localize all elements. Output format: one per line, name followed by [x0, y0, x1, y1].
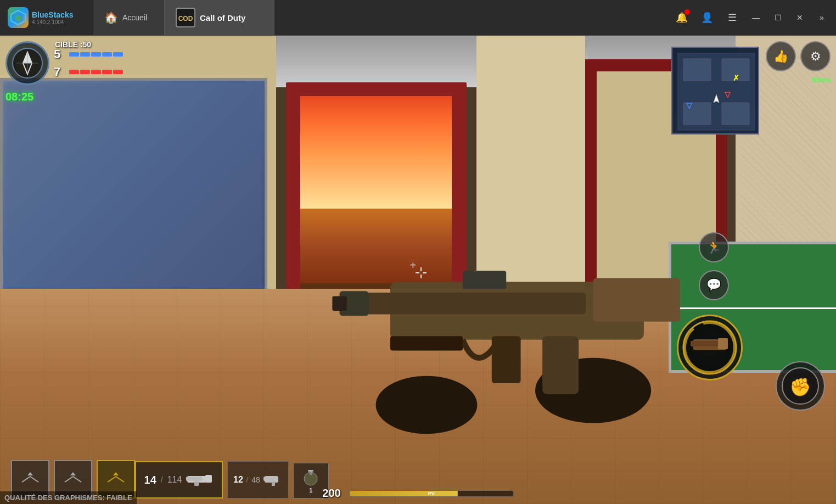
run-button[interactable]: 🏃	[699, 232, 729, 262]
svg-text:▽: ▽	[724, 90, 731, 99]
tab-game-label: Call of Duty	[200, 13, 245, 23]
svg-rect-8	[354, 293, 586, 315]
secondary-weapon-icon	[263, 473, 283, 487]
ammo-total: 114	[167, 475, 182, 485]
svg-rect-51	[186, 477, 203, 481]
svg-marker-49	[113, 472, 119, 475]
bluestacks-icon	[8, 7, 29, 28]
maximize-icon: ☐	[775, 13, 782, 22]
thumbsup-icon: 👍	[773, 49, 788, 64]
window-blur	[3, 81, 265, 300]
svg-line-45	[73, 477, 81, 482]
svg-rect-9	[593, 278, 680, 321]
score-panel: 5 7	[54, 47, 123, 79]
health-bars-1	[69, 52, 123, 57]
chat-button-area: 💬	[699, 270, 729, 300]
svg-line-47	[108, 477, 116, 482]
notification-button[interactable]: 🔔	[670, 6, 693, 29]
killstreak-icon-3	[105, 471, 127, 488]
bar-4	[102, 52, 112, 57]
svg-rect-10	[463, 271, 506, 289]
tab-home[interactable]: 🏠 Accueil	[93, 0, 165, 35]
svg-rect-13	[390, 336, 463, 350]
svg-rect-27	[683, 59, 711, 81]
run-icon: 🏃	[706, 240, 721, 255]
svg-rect-53	[194, 481, 199, 486]
ammo-primary: 14 / 114	[135, 461, 223, 499]
svg-rect-15	[332, 296, 346, 310]
notification-dot	[684, 9, 690, 15]
bar-r1	[69, 70, 79, 74]
left-window	[0, 78, 267, 303]
settings-button[interactable]: ⚙	[800, 41, 831, 71]
secondary-separator: /	[246, 476, 248, 484]
health-value: 200	[322, 487, 340, 500]
health-bars-2	[69, 70, 123, 74]
bluestacks-logo: BlueStacks 4.140.2.1004	[0, 7, 93, 28]
svg-rect-38	[718, 338, 728, 349]
svg-text:▽: ▽	[686, 101, 693, 110]
tab-home-label: Accueil	[122, 13, 147, 22]
cod-icon: COD	[176, 8, 195, 27]
score-team2: 7	[54, 65, 66, 79]
primary-weapon-icon	[186, 472, 214, 488]
weapon-container	[318, 132, 753, 460]
close-button[interactable]: ✕	[790, 8, 810, 27]
minimize-button[interactable]: —	[746, 8, 766, 27]
killstreak-icon-1	[19, 471, 41, 488]
bar-r3	[91, 70, 101, 74]
quality-label: QUALITÉ DES GRAPHISMES: FAIBLE	[0, 491, 137, 504]
svg-point-5	[375, 376, 477, 434]
minimap-grid: ▽ ▽ ✗	[672, 48, 759, 135]
game-timer: 08:25	[5, 91, 33, 103]
settings-icon: ⚙	[810, 49, 821, 64]
svg-rect-11	[542, 336, 579, 394]
ammo-secondary: 12 / 48	[227, 461, 289, 499]
weapon-svg	[318, 132, 753, 460]
svg-rect-52	[205, 475, 212, 483]
grenade-icon	[301, 468, 321, 487]
chat-button[interactable]: 💬	[699, 270, 729, 300]
thumbsup-button[interactable]: 👍	[766, 41, 796, 71]
killstreak-icon-2	[62, 471, 84, 488]
svg-text:✗: ✗	[733, 74, 739, 82]
compass	[5, 41, 49, 85]
maximize-button[interactable]: ☐	[768, 8, 788, 27]
minimize-icon: —	[752, 13, 760, 22]
bluestacks-version: 4.140.2.1004	[32, 19, 73, 25]
melee-icon-svg: ✊	[781, 367, 820, 405]
bluestacks-text: BlueStacks 4.140.2.1004	[32, 10, 73, 25]
menu-button[interactable]: ☰	[721, 6, 744, 29]
svg-line-42	[30, 477, 38, 482]
svg-rect-56	[272, 481, 275, 486]
bar-r2	[80, 70, 90, 74]
titlebar-controls: 🔔 👤 ☰ — ☐ ✕ »	[670, 6, 836, 29]
bar-5	[113, 52, 123, 57]
game-viewport[interactable]: 5 7	[0, 36, 836, 504]
menu-icon: ☰	[728, 12, 737, 24]
svg-marker-46	[70, 472, 76, 475]
weapon-wheel-svg	[682, 320, 737, 375]
score-row-1: 5	[54, 47, 123, 61]
hud-topleft: 5 7	[5, 41, 123, 85]
hud-topright-buttons: 👍 ⚙	[766, 41, 831, 71]
tab-game[interactable]: COD Call of Duty	[165, 0, 274, 35]
ammo-current: 14	[144, 474, 156, 486]
svg-rect-12	[492, 336, 521, 383]
melee-button[interactable]: ✊	[776, 361, 825, 411]
ammo-separator: /	[161, 475, 163, 484]
titlebar: BlueStacks 4.140.2.1004 🏠 Accueil COD Ca…	[0, 0, 836, 36]
weapon-wheel[interactable]	[677, 315, 743, 380]
target-label: CIBLE :50	[55, 40, 91, 49]
hp-bar: PV	[349, 490, 514, 497]
secondary-total: 48	[251, 475, 260, 484]
minimap: ▽ ▽ ✗	[671, 47, 759, 135]
svg-line-41	[22, 477, 30, 482]
svg-text:✊: ✊	[789, 377, 811, 397]
score-team1: 5	[54, 47, 66, 61]
bar-2	[80, 52, 90, 57]
more-button[interactable]: »	[812, 8, 832, 27]
close-icon: ✕	[796, 13, 803, 22]
account-icon: 👤	[701, 12, 713, 24]
account-button[interactable]: 👤	[695, 6, 719, 29]
